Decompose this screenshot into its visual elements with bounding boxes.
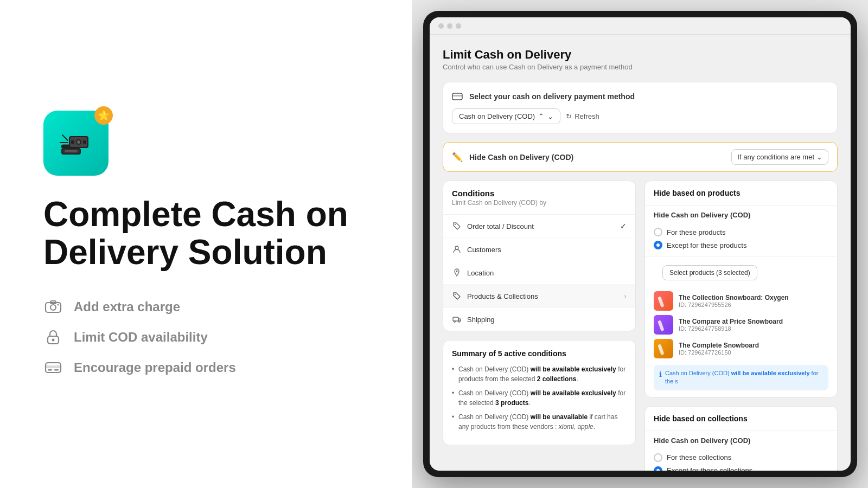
- product-name-1: The Collection Snowboard: Oxygen: [679, 294, 789, 301]
- location-pin-icon: [452, 268, 462, 278]
- svg-point-23: [455, 246, 458, 249]
- condition-customers[interactable]: Customers: [443, 238, 635, 261]
- product-thumb-1: [654, 291, 673, 311]
- features-list: Add extra charge Limit COD availability: [43, 297, 368, 377]
- radio-for-products[interactable]: For these products: [654, 228, 828, 236]
- condition-shipping-label: Shipping: [467, 316, 627, 324]
- feature-limit-cod-label: Limit COD availability: [74, 330, 208, 345]
- feature-prepaid-label: Encourage prepaid orders: [74, 360, 236, 375]
- summary-title: Summary of 5 active conditions: [452, 349, 627, 358]
- chevron-down-icon: ⌃: [547, 112, 553, 120]
- collections-radio-group: For these collections Except for these c…: [645, 447, 837, 471]
- refresh-button[interactable]: ↻ Refresh: [566, 112, 599, 120]
- product-id-1: ID: 7296247955526: [679, 301, 789, 308]
- condition-products-label: Products & Collections: [467, 292, 618, 300]
- tablet-topbar: [430, 17, 851, 35]
- refresh-icon: ↻: [566, 112, 572, 120]
- payment-section-label: Select your cash on delivery payment met…: [469, 92, 635, 101]
- summary-item-3: Cash on Delivery (COD) will be unavailab…: [452, 412, 627, 432]
- collections-panel-header: Hide based on collections: [645, 407, 837, 431]
- svg-point-28: [458, 321, 460, 323]
- hide-rule-label: Hide Cash on Delivery (COD): [469, 153, 725, 162]
- products-panel: Hide based on products Hide Cash on Deli…: [644, 181, 838, 397]
- svg-rect-31: [658, 344, 664, 355]
- svg-rect-9: [83, 140, 86, 144]
- svg-rect-8: [71, 140, 74, 144]
- condition-shipping[interactable]: Shipping: [443, 308, 635, 331]
- tablet-screen: Limit Cash on Delivery Control who can u…: [430, 17, 851, 471]
- products-icon: [452, 291, 462, 301]
- radio-except-products-label: Except for these products: [667, 241, 746, 249]
- radio-for-collections-label: For these collections: [667, 453, 731, 461]
- svg-rect-3: [65, 150, 78, 152]
- summary-item-1: Cash on Delivery (COD) will be available…: [452, 364, 627, 384]
- product-info-1: The Collection Snowboard: Oxygen ID: 729…: [679, 294, 789, 308]
- svg-point-25: [455, 294, 456, 295]
- payment-select[interactable]: Cash on Delivery (COD) ⌃ ⌃: [452, 108, 560, 124]
- product-thumb-2: [654, 315, 673, 335]
- info-notice-text: Cash on Delivery (COD) will be available…: [665, 369, 823, 386]
- person-icon: [452, 245, 462, 254]
- products-panel-title: Hide based on products: [654, 189, 828, 197]
- page-header: Limit Cash on Delivery Control who can u…: [443, 48, 838, 71]
- condition-order-total[interactable]: Order total / Discount ✓: [443, 215, 635, 238]
- select-products-button[interactable]: Select products (3 selected): [662, 265, 757, 280]
- condition-products-collections[interactable]: Products & Collections ›: [443, 285, 635, 308]
- star-badge: ⭐: [94, 106, 113, 125]
- collections-panel: Hide based on collections Hide Cash on D…: [644, 406, 838, 471]
- hide-rule-card: ✏️ Hide Cash on Delivery (COD) If any co…: [443, 142, 838, 172]
- radio-for-collections[interactable]: For these collections: [654, 453, 828, 462]
- main-title: Complete Cash on Delivery Solution: [43, 195, 368, 272]
- left-col: Conditions Limit Cash on Delivery (COD) …: [443, 181, 636, 445]
- radio-except-collections[interactable]: Except for these collections: [654, 466, 828, 471]
- svg-point-15: [52, 339, 55, 342]
- product-list: The Collection Snowboard: Oxygen ID: 729…: [645, 291, 837, 365]
- right-col: Hide based on products Hide Cash on Deli…: [644, 181, 838, 471]
- products-panel-header: Hide based on products: [645, 181, 837, 206]
- product-info-2: The Compare at Price Snowboard ID: 72962…: [679, 318, 783, 332]
- product-item-2: The Compare at Price Snowboard ID: 72962…: [654, 315, 828, 335]
- radio-for-products-label: For these products: [667, 228, 725, 236]
- radio-except-products-circle: [654, 241, 662, 249]
- svg-rect-21: [452, 95, 462, 97]
- svg-rect-30: [658, 320, 664, 331]
- chevron-down-icon: ⌄: [816, 153, 822, 161]
- tablet-frame: Limit Cash on Delivery Control who can u…: [423, 11, 857, 477]
- product-name-2: The Compare at Price Snowboard: [679, 318, 783, 325]
- svg-point-11: [50, 305, 56, 310]
- condition-dropdown[interactable]: If any conditions are met ⌄: [731, 149, 828, 165]
- left-panel: ⭐ Complete Cash on Delivery Solution Add…: [0, 0, 412, 488]
- truck-icon: [452, 314, 462, 324]
- conditions-header: Conditions Limit Cash on Delivery (COD) …: [443, 181, 635, 215]
- lock-icon: [43, 328, 63, 347]
- radio-for-collections-circle: [654, 453, 662, 462]
- conditions-subtitle: Limit Cash on Delivery (COD) by: [452, 199, 627, 207]
- svg-rect-17: [46, 365, 61, 368]
- feature-add-charge-label: Add extra charge: [74, 299, 180, 314]
- payment-method-card: Select your cash on delivery payment met…: [443, 82, 838, 133]
- radio-except-collections-label: Except for these collections: [667, 466, 752, 471]
- arrow-right-icon: ›: [624, 292, 627, 300]
- card-icon: [43, 358, 63, 377]
- svg-point-13: [58, 304, 59, 306]
- product-id-2: ID: 7296247758918: [679, 325, 783, 332]
- condition-order-total-label: Order total / Discount: [467, 222, 615, 230]
- tablet-content[interactable]: Limit Cash on Delivery Control who can u…: [430, 35, 851, 471]
- feature-add-charge: Add extra charge: [43, 297, 368, 317]
- product-item-3: The Complete Snowboard ID: 7296247726150: [654, 339, 828, 358]
- condition-location[interactable]: Location: [443, 261, 635, 285]
- products-cod-label: Hide Cash on Delivery (COD): [645, 206, 837, 221]
- radio-except-products[interactable]: Except for these products: [654, 241, 828, 249]
- radio-for-products-circle: [654, 228, 662, 236]
- conditions-panel: Conditions Limit Cash on Delivery (COD) …: [443, 181, 636, 331]
- svg-point-27: [454, 321, 456, 323]
- summary-item-2: Cash on Delivery (COD) will be available…: [452, 388, 627, 408]
- product-info-3: The Complete Snowboard ID: 7296247726150: [679, 342, 759, 356]
- svg-rect-19: [54, 369, 59, 371]
- payment-method-icon: [452, 91, 463, 102]
- svg-rect-29: [658, 296, 664, 307]
- tag-icon: [452, 221, 462, 231]
- feature-limit-cod: Limit COD availability: [43, 328, 368, 347]
- info-icon: ℹ: [659, 370, 662, 380]
- pencil-icon: ✏️: [452, 152, 463, 162]
